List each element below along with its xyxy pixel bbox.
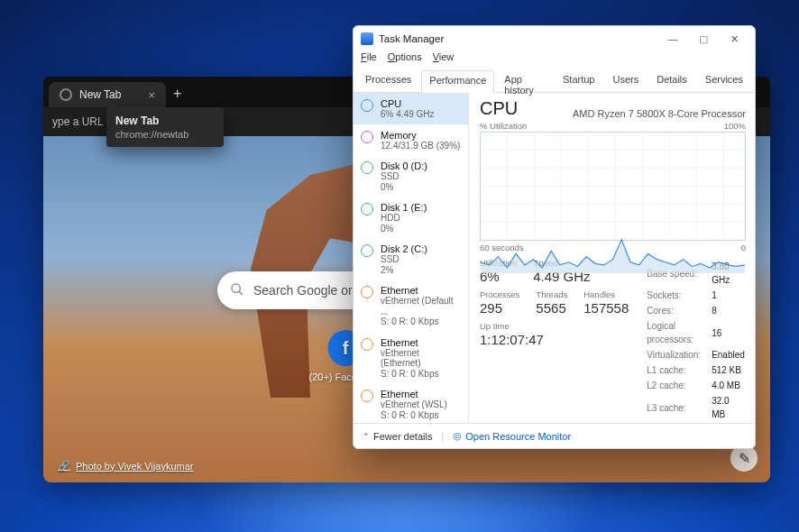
- sidebar-item-title: Disk 2 (C:): [381, 243, 427, 254]
- menubar: File Options View: [354, 51, 755, 69]
- tab-services[interactable]: Services: [697, 69, 751, 92]
- uptime-label: Up time: [480, 321, 629, 331]
- wallpaper-credit-link[interactable]: 🔗 Photo by Vivek Vijaykumar: [58, 460, 193, 472]
- chart-axis-label-top-right: 100%: [724, 121, 746, 131]
- tab-close-icon[interactable]: ×: [148, 88, 155, 102]
- sidebar-item-disk-3[interactable]: Disk 1 (E:)HDD0%: [354, 197, 468, 238]
- sidebar-item-title: Ethernet: [381, 389, 447, 399]
- processes-value: 295: [480, 300, 519, 316]
- wallpaper-credit-text: Photo by Vivek Vijaykumar: [76, 461, 193, 472]
- cpu-model: AMD Ryzen 7 5800X 8-Core Processor: [573, 108, 746, 119]
- tab-startup[interactable]: Startup: [555, 69, 602, 92]
- spec-row: Logical processors:16: [647, 319, 745, 346]
- chevron-up-icon: ⌃: [363, 432, 370, 441]
- spec-key: L2 cache:: [647, 379, 710, 392]
- search-icon: [230, 282, 244, 299]
- spec-value: 512 KB: [712, 363, 745, 377]
- sidebar-item-eth-6[interactable]: EthernetvEthernet (Ethernet)S: 0 R: 0 Kb…: [354, 332, 468, 384]
- spec-key: Sockets:: [647, 289, 710, 302]
- spec-value: 4.0 MB: [712, 379, 745, 392]
- chart-axis-label-top-left: % Utilization: [480, 121, 527, 131]
- sidebar-item-subtitle: HDD0%: [381, 213, 427, 234]
- sidebar-item-subtitle: vEthernet (Default ...S: 0 R: 0 Kbps: [381, 296, 461, 327]
- sidebar-item-subtitle: SSD2%: [381, 254, 427, 275]
- cpu-heading: CPU: [480, 98, 518, 119]
- processes-label: Processes: [480, 289, 519, 299]
- sidebar-item-cpu-0[interactable]: CPU6% 4.49 GHz: [354, 93, 468, 124]
- tooltip-title: New Tab: [115, 115, 215, 127]
- category-tabs: ProcessesPerformanceApp historyStartupUs…: [354, 69, 755, 93]
- link-icon: 🔗: [58, 460, 70, 472]
- menu-view[interactable]: View: [433, 51, 455, 69]
- tab-hover-tooltip: New Tab chrome://newtab: [106, 107, 224, 147]
- spec-key: Cores:: [647, 304, 710, 317]
- separator: |: [441, 431, 444, 442]
- new-tab-button[interactable]: +: [173, 86, 181, 107]
- pencil-icon: ✎: [739, 450, 750, 467]
- svg-point-0: [232, 284, 240, 292]
- tooltip-url: chrome://newtab: [115, 129, 215, 140]
- sidebar-item-title: Disk 1 (E:): [381, 202, 427, 213]
- sidebar-item-eth-5[interactable]: EthernetvEthernet (Default ...S: 0 R: 0 …: [354, 280, 468, 332]
- menu-options[interactable]: Options: [388, 51, 422, 69]
- fewer-details-button[interactable]: ⌃ Fewer details: [363, 431, 432, 442]
- minimize-button[interactable]: —: [659, 29, 686, 49]
- open-resource-monitor-link[interactable]: ◎ Open Resource Monitor: [453, 430, 571, 442]
- cpu-ring-icon: [361, 99, 373, 112]
- task-manager-icon: [361, 32, 373, 45]
- tab-processes[interactable]: Processes: [357, 69, 419, 92]
- sidebar-item-disk-2[interactable]: Disk 0 (D:)SSD0%: [354, 155, 468, 197]
- disk-ring-icon: [361, 161, 373, 174]
- tab-performance[interactable]: Performance: [421, 70, 494, 93]
- sidebar-item-title: Disk 0 (D:): [381, 161, 427, 171]
- cpu-utilization-chart: [480, 132, 746, 241]
- sidebar-item-eth-7[interactable]: EthernetvEthernet (WSL)S: 0 R: 0 Kbps: [354, 383, 468, 423]
- tab-app-history[interactable]: App history: [496, 69, 553, 92]
- spec-row: L2 cache:4.0 MB: [647, 379, 745, 392]
- disk-ring-icon: [361, 244, 373, 257]
- open-resource-monitor-label: Open Resource Monitor: [465, 431, 571, 442]
- spec-value: 32.0 MB: [712, 394, 745, 421]
- footer-bar: ⌃ Fewer details | ◎ Open Resource Monito…: [354, 423, 755, 448]
- sidebar-item-mem-1[interactable]: Memory12.4/31.9 GB (39%): [354, 124, 468, 156]
- sidebar-item-title: Ethernet: [381, 337, 461, 348]
- mem-ring-icon: [361, 131, 373, 143]
- task-manager-window: Task Manager — ▢ ✕ File Options View Pro…: [353, 25, 756, 449]
- spec-row: Cores:8: [647, 304, 745, 317]
- tab-details[interactable]: Details: [648, 69, 695, 92]
- uptime-value: 1:12:07:47: [480, 332, 629, 347]
- spec-row: L1 cache:512 KB: [647, 363, 745, 377]
- spec-value: 8: [712, 304, 745, 317]
- sidebar-item-subtitle: vEthernet (WSL)S: 0 R: 0 Kbps: [381, 399, 447, 420]
- handles-value: 157558: [583, 300, 629, 316]
- browser-tab-newtab[interactable]: New Tab ×: [49, 82, 166, 107]
- sidebar-item-subtitle: 12.4/31.9 GB (39%): [381, 141, 460, 151]
- window-title: Task Manager: [379, 33, 444, 44]
- tab-title: New Tab: [79, 88, 121, 101]
- threads-value: 5565: [536, 300, 567, 316]
- eth-ring-icon: [361, 338, 373, 351]
- sidebar-item-subtitle: SSD0%: [381, 171, 427, 192]
- spec-key: Virtualization:: [647, 348, 710, 362]
- sidebar-item-title: Memory: [381, 130, 460, 141]
- close-button[interactable]: ✕: [721, 29, 748, 49]
- spec-key: L3 cache:: [647, 394, 710, 421]
- cpu-panel: CPU AMD Ryzen 7 5800X 8-Core Processor %…: [469, 93, 755, 423]
- sidebar-item-disk-4[interactable]: Disk 2 (C:)SSD2%: [354, 238, 468, 280]
- cpu-spec-table: Base speed:3.80 GHzSockets:1Cores:8Logic…: [645, 258, 747, 423]
- handles-label: Handles: [583, 289, 629, 299]
- spec-key: Logical processors:: [647, 319, 710, 346]
- eth-ring-icon: [361, 286, 373, 298]
- tab-users[interactable]: Users: [604, 69, 647, 92]
- resource-monitor-icon: ◎: [453, 430, 462, 442]
- spec-value: Enabled: [712, 348, 745, 362]
- threads-label: Threads: [536, 289, 567, 299]
- spec-key: L1 cache:: [647, 363, 710, 377]
- spec-value: 1: [712, 289, 745, 302]
- menu-file[interactable]: File: [361, 51, 377, 69]
- sidebar-item-title: CPU: [381, 98, 434, 109]
- spec-row: L3 cache:32.0 MB: [647, 394, 745, 421]
- maximize-button[interactable]: ▢: [690, 29, 717, 49]
- fewer-details-label: Fewer details: [373, 431, 432, 442]
- spec-row: Sockets:1: [647, 289, 745, 302]
